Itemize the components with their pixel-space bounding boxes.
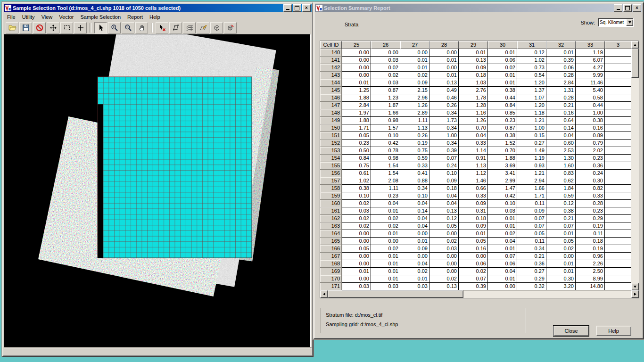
- column-header[interactable]: 28: [429, 41, 459, 49]
- cube-measure-button[interactable]: [224, 22, 237, 33]
- vertical-scroll-thumb[interactable]: [631, 49, 639, 78]
- units-dropdown[interactable]: Sq. Kilomet: [598, 18, 634, 27]
- table-row[interactable]: 1420.000.020.010.000.090.020.730.064.27: [320, 64, 631, 72]
- table-row[interactable]: 1660.050.020.090.030.160.010.340.020.19: [320, 245, 631, 253]
- table-row[interactable]: 1530.500.780.750.391.140.701.492.532.02: [320, 147, 631, 155]
- table-row[interactable]: 1640.000.010.000.000.010.020.050.010.11: [320, 230, 631, 238]
- cell-value: 0.01: [488, 275, 517, 283]
- vertical-scroll-track[interactable]: [631, 78, 639, 283]
- table-row[interactable]: 1680.000.010.040.000.060.060.360.012.26: [320, 260, 631, 268]
- column-header[interactable]: 25: [342, 41, 371, 49]
- close-window-button[interactable]: ×: [302, 4, 311, 12]
- close-window-button[interactable]: ×: [633, 4, 641, 12]
- menu-view[interactable]: View: [38, 13, 56, 21]
- horizontal-scroll-track[interactable]: [463, 290, 631, 298]
- scroll-left-button[interactable]: [320, 290, 328, 298]
- deselect-cells-button[interactable]: [156, 22, 168, 33]
- zoom-in-button[interactable]: [108, 22, 121, 33]
- cell-value: 0.59: [546, 192, 576, 200]
- table-row[interactable]: 1510.050.100.261.000.040.380.150.040.89: [320, 132, 631, 140]
- table-row[interactable]: 1600.020.040.040.040.090.100.110.120.28: [320, 200, 631, 207]
- table-row[interactable]: 1440.010.030.090.131.030.011.202.8411.46: [320, 79, 631, 87]
- cell-value: 0.28: [546, 94, 576, 102]
- column-header[interactable]: 32: [546, 41, 576, 49]
- scroll-up-button[interactable]: [631, 41, 639, 49]
- table-row[interactable]: 1571.022.080.880.091.462.992.940.620.30: [320, 177, 631, 185]
- report-titlebar[interactable]: Selection Summary Report ×: [315, 4, 642, 12]
- menu-utility[interactable]: Utility: [19, 13, 38, 21]
- column-header[interactable]: 26: [371, 41, 400, 49]
- menu-file[interactable]: File: [4, 13, 19, 21]
- scroll-right-button[interactable]: [631, 290, 639, 298]
- summary-table-body[interactable]: 1400.000.000.000.000.010.010.120.011.191…: [320, 49, 631, 290]
- sampling-grid[interactable]: [98, 77, 252, 258]
- zoom-out-button[interactable]: [122, 22, 134, 33]
- table-row[interactable]: 1560.611.540.410.101.123.411.210.830.24: [320, 170, 631, 177]
- table-row[interactable]: 1670.000.010.000.000.000.070.210.000.96: [320, 253, 631, 260]
- dropdown-arrow-icon[interactable]: [626, 19, 633, 26]
- column-header[interactable]: 30: [488, 41, 517, 49]
- select-extent-button[interactable]: [60, 22, 73, 33]
- layers-button[interactable]: [183, 22, 196, 33]
- table-row[interactable]: 1590.100.230.100.040.330.421.710.590.33: [320, 192, 631, 200]
- column-header[interactable]: 29: [459, 41, 488, 49]
- region-button[interactable]: [197, 22, 209, 33]
- horizontal-scrollbar[interactable]: [320, 290, 639, 298]
- table-row[interactable]: 1410.000.030.010.010.130.061.020.396.07: [320, 57, 631, 64]
- maximize-button[interactable]: [623, 4, 632, 12]
- close-button[interactable]: Close: [553, 326, 589, 336]
- cube-button[interactable]: [210, 22, 223, 33]
- pointer-button[interactable]: [94, 22, 107, 33]
- table-row[interactable]: 1700.000.010.010.020.070.010.290.308.99: [320, 275, 631, 283]
- stratum-file-label: Stratum file: d:/mos_cl.tif: [326, 312, 526, 318]
- table-row[interactable]: 1472.841.871.260.261.280.841.200.210.44: [320, 102, 631, 109]
- table-row[interactable]: 1690.010.010.020.000.020.040.270.012.50: [320, 268, 631, 275]
- left-titlebar[interactable]: Sample Selection Tool (d:/mos_4_cl.shp 1…: [4, 4, 312, 12]
- menu-help[interactable]: Help: [146, 13, 164, 21]
- column-header[interactable]: 3: [605, 41, 631, 49]
- table-row[interactable]: 1650.000.000.010.020.050.040.110.050.18: [320, 238, 631, 245]
- table-row[interactable]: 1461.881.232.960.461.780.441.070.280.58: [320, 94, 631, 102]
- maximize-button[interactable]: [293, 4, 301, 12]
- table-row[interactable]: 1610.030.010.140.130.310.030.090.380.23: [320, 207, 631, 215]
- column-header[interactable]: 33: [576, 41, 605, 49]
- cell-value: 0.19: [400, 140, 429, 147]
- table-row[interactable]: 1520.230.420.190.340.331.520.270.600.79: [320, 140, 631, 147]
- scroll-down-button[interactable]: [631, 283, 639, 290]
- table-row[interactable]: 1451.250.872.150.492.760.381.371.315.40: [320, 87, 631, 94]
- column-header[interactable]: Cell ID: [320, 41, 342, 49]
- minimize-button[interactable]: [283, 4, 292, 12]
- table-row[interactable]: 1481.971.662.890.341.160.851.180.161.00: [320, 109, 631, 117]
- table-row[interactable]: 1580.381.110.340.180.661.471.661.840.82: [320, 185, 631, 192]
- table-row[interactable]: 1501.711.571.130.340.700.871.000.140.16: [320, 124, 631, 132]
- menu-vector[interactable]: Vector: [56, 13, 77, 21]
- table-row[interactable]: 1491.880.981.111.731.260.231.210.640.38: [320, 117, 631, 124]
- cell-value: 0.16: [576, 124, 605, 132]
- stop-button[interactable]: [33, 22, 46, 33]
- column-header[interactable]: 27: [400, 41, 429, 49]
- map-canvas[interactable]: [4, 34, 311, 347]
- menu-report[interactable]: Report: [124, 13, 146, 21]
- table-row[interactable]: 1620.020.020.040.120.180.010.070.210.29: [320, 215, 631, 222]
- cell-value: 0.01: [371, 275, 400, 283]
- polygon-button[interactable]: [169, 22, 182, 33]
- horizontal-scroll-thumb[interactable]: [328, 290, 463, 298]
- minimize-button[interactable]: [614, 4, 622, 12]
- table-row[interactable]: 1430.000.020.020.010.180.010.540.289.99: [320, 72, 631, 79]
- table-row[interactable]: 1710.030.030.030.130.390.000.323.2014.80: [320, 283, 631, 290]
- cell-value: 0.04: [400, 260, 429, 268]
- vertical-scrollbar[interactable]: [631, 41, 639, 290]
- table-row[interactable]: 1550.751.540.330.241.133.690.931.600.36: [320, 162, 631, 170]
- pan-button[interactable]: [135, 22, 148, 33]
- table-row[interactable]: 1540.840.980.590.070.911.881.191.300.23: [320, 155, 631, 162]
- table-row[interactable]: 1630.020.020.040.050.090.010.070.070.19: [320, 222, 631, 230]
- help-button[interactable]: Help: [596, 326, 631, 336]
- open-button[interactable]: [6, 22, 18, 33]
- crosshair-button[interactable]: [74, 22, 87, 33]
- column-header[interactable]: 31: [517, 41, 546, 49]
- save-button[interactable]: [19, 22, 32, 33]
- fit-window-button[interactable]: [47, 22, 59, 33]
- table-row[interactable]: 1400.000.000.000.000.010.010.120.011.19: [320, 49, 631, 57]
- menu-sample-selection[interactable]: Sample Selection: [77, 13, 124, 21]
- cell-value: 0.93: [517, 162, 546, 170]
